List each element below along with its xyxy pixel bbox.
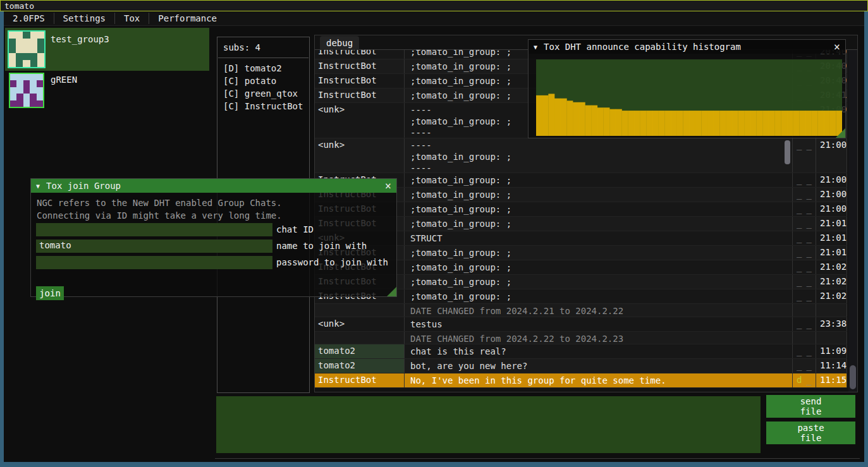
resize-grip-icon[interactable]	[836, 128, 845, 138]
button-label-line: file	[800, 433, 822, 443]
message-row[interactable]: <unk>testus__23:38	[315, 317, 847, 332]
status-flag: _	[806, 247, 811, 260]
message-timestamp: 21:00	[816, 173, 847, 187]
message-timestamp: 21:02	[816, 289, 847, 303]
chat-id-input[interactable]	[36, 223, 272, 236]
message-status-flags: __	[793, 173, 816, 187]
avatar-pixel	[10, 74, 16, 80]
message-text: ;tomato_in_group: ;	[405, 275, 793, 289]
status-flag: _	[797, 346, 802, 358]
message-text: STRUCT	[405, 231, 793, 245]
window-title: tomato	[4, 1, 34, 11]
send-file-button[interactable]: sendfile	[766, 395, 855, 418]
status-flag: _	[797, 291, 802, 303]
join-info-line-2: Connecting via ID might take a very long…	[37, 210, 282, 221]
avatar-pixel	[9, 39, 16, 45]
window-border-right	[864, 11, 868, 467]
message-row[interactable]: <unk>----;tomato_in_group: ;----__21:00	[315, 138, 847, 173]
dht-histogram-window-body	[529, 54, 845, 138]
message-text: testus	[405, 317, 793, 331]
status-flag: _	[797, 276, 802, 289]
join-button[interactable]: join	[36, 286, 64, 300]
join-password-input[interactable]	[36, 256, 272, 269]
menu-item-settings[interactable]: Settings	[54, 11, 114, 26]
avatar-pixel	[37, 39, 44, 45]
message-text: ;tomato_in_group: ;	[405, 202, 793, 216]
subs-member: [C] green_qtox	[223, 87, 309, 100]
status-flag: _	[797, 218, 802, 231]
message-status-flags: __	[793, 231, 816, 245]
avatar-pixel	[16, 39, 23, 45]
join-group-window-title: Tox join Group	[46, 181, 121, 191]
avatar-pixel	[23, 94, 30, 100]
avatar-pixel	[37, 94, 43, 100]
collapse-arrow-icon[interactable]: ▼	[36, 183, 40, 190]
sender-name: <unk>	[315, 103, 405, 138]
sender-name: InstructBot	[315, 373, 405, 387]
join-name-input[interactable]: tomato	[36, 240, 272, 253]
message-timestamp: 21:01	[816, 246, 847, 260]
status-flag: _	[806, 174, 811, 187]
resize-grip-icon[interactable]	[387, 287, 396, 296]
sender-name	[315, 304, 405, 317]
status-flag: _	[806, 375, 811, 387]
window-border-bottom	[0, 462, 868, 467]
subs-member-list: [D] tomato2[C] potato[C] green_qtox[C] I…	[217, 59, 309, 112]
message-text: ;tomato_in_group: ;	[405, 217, 793, 231]
join-group-window-body: NGC refers to the New DHT enabled Group …	[31, 193, 396, 296]
window-titlebar[interactable]: tomato	[0, 0, 868, 11]
chat-id-label: chat ID	[276, 224, 314, 234]
chat-scrollbar-thumb[interactable]	[850, 365, 856, 389]
tab-debug[interactable]: debug	[320, 36, 359, 50]
date-change-row[interactable]: DATE CHANGED from 2024.2.22 to 2024.2.23	[315, 332, 847, 344]
avatar-pixel	[23, 53, 30, 60]
message-row[interactable]: InstructBotNo, I've been in this group f…	[315, 373, 847, 388]
message-status-flags: __	[793, 217, 816, 231]
message-text: ;tomato_in_group: ;	[405, 188, 793, 202]
menu-item-tox[interactable]: Tox	[115, 11, 149, 26]
message-status-flags: d_	[793, 373, 816, 387]
group-name: gREEN	[51, 75, 77, 85]
message-text: ----;tomato_in_group: ;----	[405, 138, 793, 173]
close-icon[interactable]: ×	[834, 42, 840, 51]
message-status-flags: __	[793, 188, 816, 202]
avatar-pixel	[9, 45, 16, 52]
sender-name: InstructBot	[315, 74, 405, 88]
message-row[interactable]: tomato2chat is this real?__11:09	[315, 344, 847, 359]
sender-name	[315, 332, 405, 344]
status-flag: _	[797, 318, 802, 331]
message-input[interactable]	[216, 396, 761, 453]
avatar-pixel	[30, 87, 36, 94]
message-pane-scrollbar-thumb[interactable]	[785, 140, 790, 164]
avatar-pixel	[30, 45, 37, 52]
avatar-pixel	[37, 80, 43, 87]
join-group-window-titlebar[interactable]: ▼ Tox join Group ×	[31, 179, 396, 193]
paste-file-button[interactable]: pastefile	[766, 422, 855, 444]
message-timestamp	[816, 332, 847, 344]
status-flag: _	[806, 233, 811, 245]
close-icon[interactable]: ×	[385, 181, 391, 190]
avatar-pixel	[30, 94, 36, 100]
avatar-pixel	[9, 32, 16, 39]
date-change-row[interactable]: DATE CHANGED from 2024.2.21 to 2024.2.22	[315, 304, 847, 317]
subs-member: [C] InstructBot	[223, 100, 309, 112]
dht-histogram-window-titlebar[interactable]: ▼ Tox DHT announce capability histogram …	[529, 40, 845, 54]
sender-name: InstructBot	[315, 88, 405, 102]
sender-name: <unk>	[315, 138, 405, 173]
group-avatar	[9, 73, 44, 108]
avatar-pixel	[37, 87, 43, 94]
message-row[interactable]: tomato2bot, are you new here?__11:14	[315, 359, 847, 373]
menu-item-performance[interactable]: Performance	[149, 11, 226, 26]
collapse-arrow-icon[interactable]: ▼	[534, 44, 537, 51]
chat-scrollbar[interactable]	[848, 50, 857, 392]
status-flag: _	[806, 291, 811, 303]
status-flag: _	[806, 346, 811, 358]
subs-member: [C] potato	[223, 75, 309, 87]
status-flag: _	[797, 360, 802, 373]
status-flag: _	[806, 360, 811, 373]
avatar-pixel	[30, 80, 36, 87]
message-text: bot, are you new here?	[405, 359, 793, 373]
group-name: test_group3	[51, 34, 109, 44]
status-flag: _	[797, 140, 802, 173]
sender-name: tomato2	[315, 359, 405, 373]
